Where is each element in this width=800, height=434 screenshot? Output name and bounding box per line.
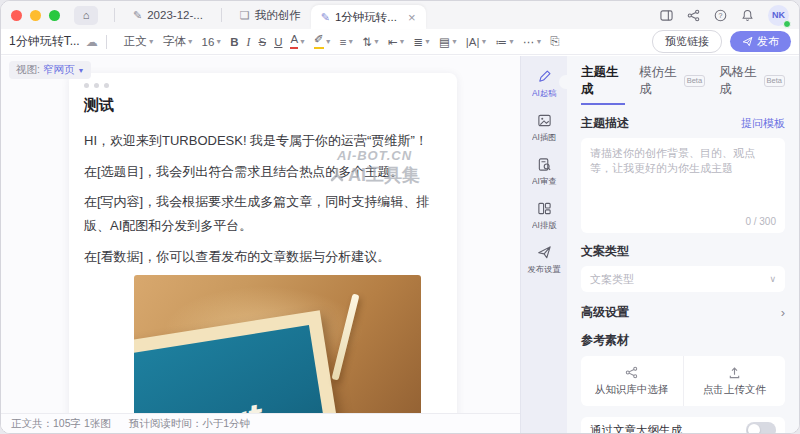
chevron-down-icon: ▼ <box>451 38 458 45</box>
divider <box>106 35 107 49</box>
close-tab-icon[interactable]: × <box>408 10 416 25</box>
home-button[interactable]: ⌂ <box>74 6 98 25</box>
toolbar-right: 预览链接 发布 <box>652 30 791 53</box>
align-left-icon: ≡ <box>340 36 347 48</box>
chevron-down-icon: ▼ <box>187 38 194 45</box>
pencil-icon: ✎ <box>321 11 330 24</box>
line-height-icon: ⇅ <box>362 35 372 49</box>
tab-imitation-generation[interactable]: 模仿生成 Beta <box>639 64 705 103</box>
preview-link-button[interactable]: 预览链接 <box>652 30 722 53</box>
font-size-select[interactable]: 16▼ <box>199 34 226 50</box>
paper-plane-icon <box>742 36 753 47</box>
editor-canvas: 视图: 窄网页 ▼ 测试 HI，欢迎来到TURBODESK! 我是专属于你的运营… <box>1 56 520 433</box>
underline-button[interactable]: U <box>271 34 285 50</box>
upload-icon <box>728 366 741 379</box>
help-icon[interactable]: ? <box>714 9 727 22</box>
document-paragraph[interactable]: 在[看数据]，你可以查看发布的文章数据与分析建议。 <box>84 245 442 269</box>
clipboard-icon: ⎘ <box>550 35 559 48</box>
bell-icon[interactable] <box>741 9 754 22</box>
tab-recent-doc[interactable]: ✎ 2023-12-... <box>123 1 213 29</box>
minimize-window-button[interactable] <box>30 10 41 21</box>
outline-toggle[interactable] <box>746 422 776 433</box>
italic-button[interactable]: I <box>244 34 254 50</box>
document-paragraph[interactable]: HI，欢迎来到TURBODESK! 我是专属于你的运营“贾维斯”！ <box>84 129 442 153</box>
chevron-down-icon: ▼ <box>148 38 155 45</box>
rail-item-publish-settings[interactable]: 发布设置 <box>521 238 567 282</box>
bold-button[interactable]: B <box>227 34 241 50</box>
online-status-dot <box>783 20 791 28</box>
indent-icon: ⇤ <box>388 35 398 49</box>
sidebar-toggle-icon[interactable] <box>660 9 673 22</box>
svg-text:?: ? <box>719 11 723 18</box>
letter-spacing-button[interactable]: |A|▼ <box>463 34 491 50</box>
copy-type-select[interactable]: 文案类型 ∨ <box>581 266 785 292</box>
folder-icon: ❏ <box>240 9 250 22</box>
topic-description-label: 主题描述 <box>581 115 629 132</box>
document-paragraph[interactable]: 在[写内容]，我会根据要求生成多篇文章，同时支持编辑、排版、AI配图和分发到多平… <box>84 190 442 237</box>
paragraph-spacing-button[interactable]: ≣▼ <box>410 33 434 51</box>
char-counter: 0 / 300 <box>581 216 785 233</box>
highlight-button[interactable]: ✐▼ <box>311 32 335 51</box>
paragraph-style-select[interactable]: 正文▼ <box>121 32 158 51</box>
titlebar-actions: ? NK <box>660 5 789 26</box>
publish-button[interactable]: 发布 <box>730 31 791 52</box>
list-icon: ≔ <box>495 35 507 49</box>
tab-my-creations[interactable]: ❏ 我的创作 <box>230 1 311 29</box>
view-chip-value: 窄网页 <box>43 63 75 77</box>
select-from-knowledge-base-button[interactable]: 从知识库中选择 <box>581 356 683 406</box>
advanced-settings-row[interactable]: 高级设置 › <box>581 304 785 321</box>
inline-image-start[interactable]: Start. <box>134 275 421 433</box>
chevron-down-icon: ▼ <box>215 38 222 45</box>
page-window-dots <box>84 83 442 88</box>
share-nodes-icon[interactable] <box>687 9 700 22</box>
more-button[interactable]: ⋯▼ <box>520 33 545 51</box>
avatar[interactable]: NK <box>768 5 789 26</box>
status-bar: 正文共：105字 1张图 预计阅读时间：小于1分钟 <box>1 413 520 433</box>
topic-description-input[interactable] <box>581 138 785 212</box>
chevron-down-icon: ▼ <box>299 38 306 45</box>
window-controls <box>11 10 60 21</box>
zoom-window-button[interactable] <box>49 10 60 21</box>
chevron-down-icon: ∨ <box>769 274 776 284</box>
paragraph-spacing-icon: ≣ <box>413 35 423 49</box>
chevron-right-icon: › <box>781 305 785 320</box>
tab-topic-generation[interactable]: 主题生成 <box>581 64 625 105</box>
rail-item-ai-illustration[interactable]: AI插图 <box>521 106 567 150</box>
align-button[interactable]: ≡▼ <box>337 34 358 50</box>
divider <box>114 8 115 22</box>
indent-button[interactable]: ⇤▼ <box>385 33 409 51</box>
rail-item-ai-review[interactable]: AI审查 <box>521 150 567 194</box>
upload-file-button[interactable]: 点击上传文件 <box>683 356 786 406</box>
rail-item-ai-layout[interactable]: AI排版 <box>521 194 567 238</box>
margin-icon: ▤ <box>439 35 450 49</box>
chevron-down-icon: ▼ <box>77 67 84 74</box>
margin-button[interactable]: ▤▼ <box>436 33 461 51</box>
list-button[interactable]: ≔▼ <box>492 33 517 51</box>
layout-icon <box>537 201 552 216</box>
word-count: 正文共：105字 1张图 <box>11 417 111 431</box>
home-icon: ⌂ <box>83 9 90 21</box>
document-title[interactable]: 测试 <box>84 96 442 115</box>
document-paragraph[interactable]: 在[选题目]，我会列出符合需求且结合热点的多个主题。 <box>84 160 442 184</box>
font-family-select[interactable]: 字体▼ <box>160 32 197 51</box>
reference-material-card: 从知识库中选择 点击上传文件 <box>581 356 785 406</box>
view-mode-chip[interactable]: 视图: 窄网页 ▼ <box>9 61 91 79</box>
line-height-button[interactable]: ⇅▼ <box>359 33 383 51</box>
view-chip-label: 视图: <box>16 63 40 77</box>
outline-toggle-label: 通过文章大纲生成 <box>590 423 682 434</box>
document-search-icon <box>537 157 552 172</box>
chevron-down-icon: ▼ <box>481 38 488 45</box>
font-color-button[interactable]: A▼ <box>287 32 309 51</box>
divider <box>221 8 222 22</box>
question-template-link[interactable]: 提问模板 <box>741 116 785 131</box>
strikethrough-button[interactable]: S <box>255 34 269 50</box>
tab-style-generation[interactable]: 风格生成 Beta <box>719 64 785 103</box>
close-window-button[interactable] <box>11 10 22 21</box>
topic-textarea-card: 0 / 300 <box>581 138 785 233</box>
beta-badge: Beta <box>684 75 705 88</box>
clipboard-button[interactable]: ⎘ <box>547 33 562 50</box>
document-page[interactable]: 测试 HI，欢迎来到TURBODESK! 我是专属于你的运营“贾维斯”！ 在[选… <box>69 73 457 433</box>
tab-current-doc[interactable]: ✎ 1分钟玩转... × <box>311 5 426 29</box>
rail-item-ai-draft[interactable]: AI起稿 <box>521 62 567 106</box>
knowledge-nodes-icon <box>625 366 638 379</box>
